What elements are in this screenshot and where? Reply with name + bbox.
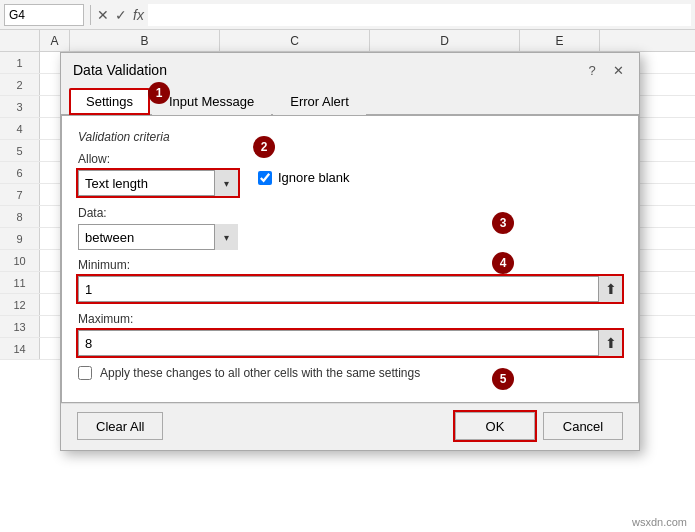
minimum-input[interactable] xyxy=(78,276,622,302)
col-header-d: D xyxy=(370,30,520,51)
row-num-2: 2 xyxy=(0,74,40,95)
maximum-input-wrapper: ⬆ xyxy=(78,330,622,356)
maximum-input[interactable] xyxy=(78,330,622,356)
ignore-blank-checkbox[interactable] xyxy=(258,171,272,185)
row-num-4: 4 xyxy=(0,118,40,139)
data-row: Data: between ▾ xyxy=(78,206,622,250)
tab-error-alert[interactable]: Error Alert xyxy=(273,88,366,115)
row-num-12: 12 xyxy=(0,294,40,315)
row-num-header xyxy=(0,30,40,51)
minimum-spin-icon[interactable]: ⬆ xyxy=(598,276,622,302)
data-select-wrapper: between ▾ xyxy=(78,224,238,250)
apply-row: Apply these changes to all other cells w… xyxy=(78,366,622,380)
column-headers: A B C D E xyxy=(0,30,695,52)
allow-label: Allow: xyxy=(78,152,238,166)
cell-ref-value: G4 xyxy=(9,8,25,22)
col-header-e: E xyxy=(520,30,600,51)
row-num-1: 1 xyxy=(0,52,40,73)
close-button[interactable]: ✕ xyxy=(609,61,627,79)
minimum-label: Minimum: xyxy=(78,258,622,272)
confirm-formula-icon[interactable]: ✓ xyxy=(115,7,127,23)
badge-1: 1 xyxy=(148,82,170,104)
dialog-body: Validation criteria Allow: Text length ▾ xyxy=(61,115,639,403)
col-header-a: A xyxy=(40,30,70,51)
col-header-b: B xyxy=(70,30,220,51)
maximum-spin-icon[interactable]: ⬆ xyxy=(598,330,622,356)
allow-row: Allow: Text length ▾ Ignore blank xyxy=(78,152,622,196)
row-num-14: 14 xyxy=(0,338,40,359)
maximum-label: Maximum: xyxy=(78,312,622,326)
badge-5: 5 xyxy=(492,368,514,390)
data-select[interactable]: between xyxy=(78,224,238,250)
tab-settings[interactable]: Settings xyxy=(69,88,150,115)
allow-select-wrapper: Text length ▾ xyxy=(78,170,238,196)
allow-label-text: Allow: xyxy=(78,152,110,166)
row-num-8: 8 xyxy=(0,206,40,227)
data-label: Data: xyxy=(78,206,238,220)
allow-col: Allow: Text length ▾ xyxy=(78,152,238,196)
col-header-c: C xyxy=(220,30,370,51)
watermark: wsxdn.com xyxy=(632,516,687,528)
row-num-13: 13 xyxy=(0,316,40,337)
dialog-title-controls: ? ✕ xyxy=(583,61,627,79)
cancel-button[interactable]: Cancel xyxy=(543,412,623,440)
row-num-11: 11 xyxy=(0,272,40,293)
row-num-10: 10 xyxy=(0,250,40,271)
formula-bar: G4 ✕ ✓ fx xyxy=(0,0,695,30)
ok-button[interactable]: OK xyxy=(455,412,535,440)
footer-right: OK Cancel xyxy=(455,412,623,440)
fx-icon: fx xyxy=(133,7,144,23)
row-num-5: 5 xyxy=(0,140,40,161)
data-col: Data: between ▾ xyxy=(78,206,238,250)
section-label: Validation criteria xyxy=(78,130,622,144)
clear-all-button[interactable]: Clear All xyxy=(77,412,163,440)
maximum-row: Maximum: ⬆ xyxy=(78,312,622,356)
footer-left: Clear All xyxy=(77,412,163,440)
minimum-row: Minimum: ⬆ xyxy=(78,258,622,302)
spreadsheet: G4 ✕ ✓ fx A B C D E 1 2 xyxy=(0,0,695,532)
formula-divider xyxy=(90,5,91,25)
ignore-blank-row: Ignore blank xyxy=(258,152,350,185)
apply-label: Apply these changes to all other cells w… xyxy=(100,366,420,380)
allow-select[interactable]: Text length xyxy=(78,170,238,196)
dialog-footer: Clear All OK Cancel xyxy=(61,403,639,450)
dialog-title-bar: Data Validation ? ✕ xyxy=(61,53,639,83)
ignore-blank-label: Ignore blank xyxy=(278,170,350,185)
row-num-9: 9 xyxy=(0,228,40,249)
minimum-input-wrapper: ⬆ xyxy=(78,276,622,302)
apply-checkbox[interactable] xyxy=(78,366,92,380)
data-validation-dialog: Data Validation ? ✕ Settings Input Messa… xyxy=(60,52,640,451)
badge-2: 2 xyxy=(253,136,275,158)
formula-input[interactable] xyxy=(148,4,691,26)
dialog-title: Data Validation xyxy=(73,62,167,78)
cell-ref-box[interactable]: G4 xyxy=(4,4,84,26)
badge-3: 3 xyxy=(492,212,514,234)
row-num-3: 3 xyxy=(0,96,40,117)
cancel-formula-icon[interactable]: ✕ xyxy=(97,7,109,23)
row-num-6: 6 xyxy=(0,162,40,183)
formula-icons: ✕ ✓ fx xyxy=(97,7,144,23)
badge-4: 4 xyxy=(492,252,514,274)
row-num-7: 7 xyxy=(0,184,40,205)
help-button[interactable]: ? xyxy=(583,61,601,79)
